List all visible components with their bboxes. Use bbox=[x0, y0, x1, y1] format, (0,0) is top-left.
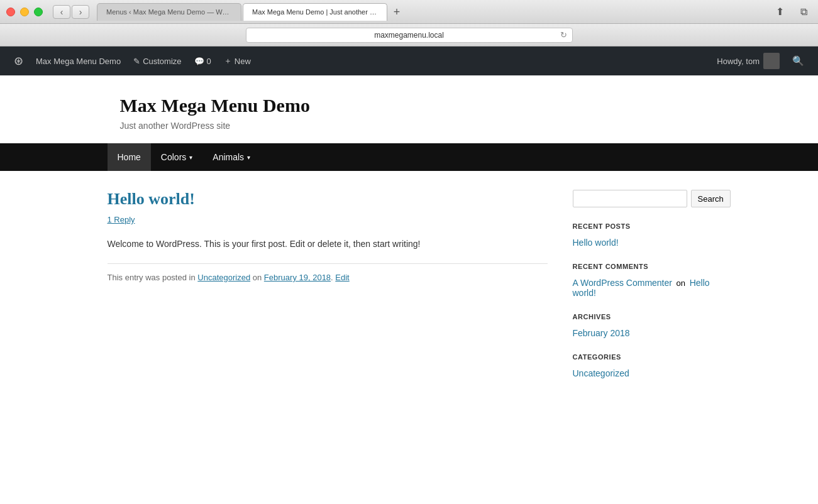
tab-1-label: Menus ‹ Max Mega Menu Demo — WordPress bbox=[106, 8, 232, 16]
archives-section: ARCHIVES February 2018 bbox=[573, 313, 711, 338]
titlebar: ‹ › Menus ‹ Max Mega Menu Demo — WordPre… bbox=[0, 0, 818, 24]
categories-section: CATEGORIES Uncategorized bbox=[573, 353, 711, 378]
comment-icon: 💬 bbox=[194, 57, 204, 66]
archive-1-link[interactable]: February 2018 bbox=[573, 328, 630, 338]
recent-comments-section: RECENT COMMENTS A WordPress Commenter on… bbox=[573, 263, 711, 298]
admin-search[interactable]: 🔍 bbox=[786, 47, 810, 75]
archives-title: ARCHIVES bbox=[573, 313, 711, 320]
nav-animals-label: Animals bbox=[213, 152, 244, 162]
search-input[interactable] bbox=[573, 190, 687, 207]
howdy-label: Howdy, tom bbox=[717, 57, 760, 66]
share-button[interactable]: ⬆ bbox=[771, 4, 788, 19]
browser-window: ‹ › Menus ‹ Max Mega Menu Demo — WordPre… bbox=[0, 0, 818, 504]
category-1-link[interactable]: Uncategorized bbox=[573, 368, 629, 378]
categories-title: CATEGORIES bbox=[573, 353, 711, 361]
recent-posts-section: RECENT POSTS Hello world! bbox=[573, 222, 711, 248]
customize-label: Customize bbox=[143, 57, 181, 66]
comment-on-text: on bbox=[677, 278, 685, 288]
tabs-button[interactable]: ⧉ bbox=[795, 4, 812, 19]
nav-item-colors[interactable]: Colors ▾ bbox=[151, 143, 202, 171]
new-icon: ＋ bbox=[224, 55, 232, 67]
nav-colors-label: Colors bbox=[161, 152, 186, 162]
url-text: maxmegamenu.local bbox=[374, 31, 444, 40]
nav-animals-arrow: ▾ bbox=[247, 154, 250, 161]
address-bar[interactable]: maxmegamenu.local ↻ bbox=[246, 28, 573, 43]
recent-post-1-link[interactable]: Hello world! bbox=[573, 238, 619, 248]
maximize-button[interactable] bbox=[34, 8, 43, 16]
customize-icon: ✎ bbox=[133, 57, 140, 66]
nav-buttons: ‹ › bbox=[53, 5, 89, 19]
admin-new[interactable]: ＋ New bbox=[218, 47, 257, 75]
site-header-bg: Max Mega Menu Demo Just another WordPres… bbox=[0, 75, 818, 171]
sidebar: Search RECENT POSTS Hello world! RECENT … bbox=[573, 190, 711, 393]
forward-button[interactable]: › bbox=[72, 5, 89, 19]
post-body: Welcome to WordPress. This is your first… bbox=[108, 237, 548, 251]
search-icon: 🔍 bbox=[792, 55, 804, 67]
content-area: Hello world! 1 Reply Welcome to WordPres… bbox=[95, 171, 724, 412]
wp-logo-item[interactable]: ⊛ bbox=[8, 47, 30, 75]
back-button[interactable]: ‹ bbox=[53, 5, 70, 19]
category-1: Uncategorized bbox=[573, 368, 711, 378]
new-label: New bbox=[235, 57, 251, 66]
nav-inner: Home Colors ▾ Animals ▾ bbox=[95, 143, 724, 171]
traffic-lights bbox=[6, 8, 43, 16]
admin-customize[interactable]: ✎ Customize bbox=[127, 47, 187, 75]
post-title-link[interactable]: Hello world! bbox=[108, 190, 195, 208]
main-nav: Home Colors ▾ Animals ▾ bbox=[0, 143, 818, 171]
recent-posts-title: RECENT POSTS bbox=[573, 222, 711, 230]
post-date-prefix: on bbox=[253, 273, 262, 282]
post-category-link[interactable]: Uncategorized bbox=[197, 273, 250, 282]
tab-container: Menus ‹ Max Mega Menu Demo — WordPress M… bbox=[97, 3, 766, 21]
post-reply-count: 1 Reply bbox=[108, 215, 548, 224]
admin-comments[interactable]: 💬 0 bbox=[188, 47, 218, 75]
site-header-wrapper: Max Mega Menu Demo Just another WordPres… bbox=[95, 75, 724, 143]
site-tagline: Just another WordPress site bbox=[120, 121, 699, 131]
nav-colors-arrow: ▾ bbox=[189, 154, 192, 161]
wp-admin-bar: ⊛ Max Mega Menu Demo ✎ Customize 💬 0 ＋ N… bbox=[0, 47, 818, 75]
recent-comments-title: RECENT COMMENTS bbox=[573, 263, 711, 270]
post-footer: This entry was posted in Uncategorized o… bbox=[108, 263, 548, 282]
toolbar-extras: ⬆ ⧉ bbox=[771, 4, 812, 19]
nav-item-home[interactable]: Home bbox=[108, 143, 151, 171]
site-wrapper: ⊛ Max Mega Menu Demo ✎ Customize 💬 0 ＋ N… bbox=[0, 47, 818, 504]
post-edit-link[interactable]: Edit bbox=[335, 273, 349, 282]
admin-howdy[interactable]: Howdy, tom bbox=[710, 47, 786, 75]
admin-site-name-label: Max Mega Menu Demo bbox=[36, 57, 121, 66]
recent-comment-1: A WordPress Commenter on Hello world! bbox=[573, 278, 711, 298]
recent-post-1: Hello world! bbox=[573, 238, 711, 248]
tab-2[interactable]: Max Mega Menu Demo | Just another WordPr… bbox=[243, 3, 387, 21]
nav-home-label: Home bbox=[118, 152, 141, 162]
reply-link[interactable]: 1 Reply bbox=[108, 215, 135, 224]
site-header: Max Mega Menu Demo Just another WordPres… bbox=[108, 75, 711, 143]
site-title: Max Mega Menu Demo bbox=[120, 94, 699, 117]
user-avatar bbox=[763, 53, 780, 69]
address-bar-row: maxmegamenu.local ↻ bbox=[0, 24, 818, 47]
new-tab-button[interactable]: + bbox=[389, 4, 405, 21]
tab-1[interactable]: Menus ‹ Max Mega Menu Demo — WordPress bbox=[97, 3, 241, 21]
main-content: Hello world! 1 Reply Welcome to WordPres… bbox=[108, 190, 548, 393]
search-form: Search bbox=[573, 190, 711, 207]
nav-item-animals[interactable]: Animals ▾ bbox=[202, 143, 260, 171]
search-button[interactable]: Search bbox=[691, 190, 731, 207]
comments-count: 0 bbox=[207, 57, 211, 66]
post-title[interactable]: Hello world! bbox=[108, 190, 548, 209]
archive-1: February 2018 bbox=[573, 328, 711, 338]
content-bg: Hello world! 1 Reply Welcome to WordPres… bbox=[0, 171, 818, 504]
post-footer-prefix: This entry was posted in bbox=[108, 273, 196, 282]
admin-site-name[interactable]: Max Mega Menu Demo bbox=[30, 47, 127, 75]
minimize-button[interactable] bbox=[20, 8, 29, 16]
wp-logo-icon: ⊛ bbox=[14, 54, 23, 68]
reload-button[interactable]: ↻ bbox=[560, 30, 567, 40]
comment-author-link[interactable]: A WordPress Commenter bbox=[573, 278, 672, 288]
post-date-link[interactable]: February 19, 2018 bbox=[264, 273, 331, 282]
tab-2-label: Max Mega Menu Demo | Just another WordPr… bbox=[252, 8, 378, 16]
close-button[interactable] bbox=[6, 8, 15, 16]
admin-bar-right: Howdy, tom 🔍 bbox=[710, 47, 810, 75]
